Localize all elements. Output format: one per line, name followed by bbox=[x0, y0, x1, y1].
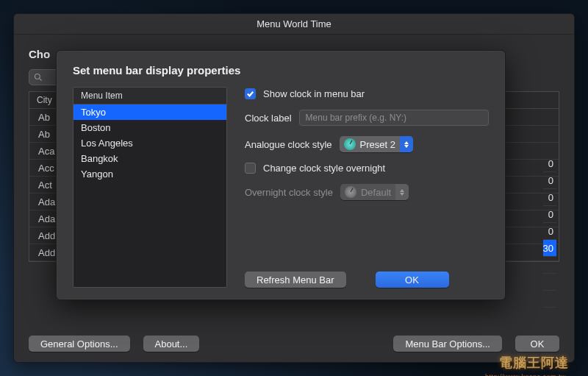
list-item[interactable]: Tokyo bbox=[74, 104, 226, 120]
time-cell-partial: 0 bbox=[543, 189, 556, 206]
city-name-cell: Add bbox=[38, 230, 55, 241]
about-button[interactable]: About... bbox=[143, 336, 200, 352]
time-cell-partial: 0 bbox=[543, 155, 556, 172]
overnight-style-value: Default bbox=[361, 187, 391, 198]
window-titlebar: Menu World Time bbox=[14, 14, 574, 35]
list-item[interactable]: Los Angeles bbox=[74, 135, 226, 151]
time-cell-partial: 0 bbox=[543, 223, 556, 240]
clock-label-placeholder: Menu bar prefix (e.g. NY:) bbox=[306, 113, 406, 123]
city-name-cell: Add bbox=[38, 247, 55, 258]
overnight-style-row: Overnight clock style Default bbox=[245, 184, 489, 200]
analogue-style-value: Preset 2 bbox=[360, 139, 395, 150]
list-item[interactable]: Yangon bbox=[74, 166, 226, 182]
change-overnight-row[interactable]: Change clock style overnight bbox=[245, 163, 489, 174]
refresh-menu-bar-button[interactable]: Refresh Menu Bar bbox=[245, 272, 346, 288]
city-name-cell: Ab bbox=[38, 129, 50, 140]
city-name-cell: Aca bbox=[38, 146, 54, 157]
menu-item-list-header[interactable]: Menu Item bbox=[74, 88, 226, 104]
show-clock-checkbox[interactable] bbox=[245, 88, 256, 99]
popup-arrows-icon bbox=[395, 184, 409, 200]
time-cell-partial: 30 bbox=[543, 240, 556, 257]
time-cell-partial: 0 bbox=[543, 172, 556, 189]
city-name-cell: Acc bbox=[38, 163, 54, 174]
svg-point-0 bbox=[35, 74, 40, 79]
analogue-style-popup[interactable]: Preset 2 bbox=[340, 136, 413, 152]
sheet-right-pane: Show clock in menu bar Clock label Menu … bbox=[245, 87, 489, 288]
city-name-cell: Ada bbox=[38, 213, 55, 224]
menu-item-list: Menu Item TokyoBostonLos AngelesBangkokY… bbox=[73, 87, 227, 288]
overnight-style-popup: Default bbox=[340, 184, 409, 200]
city-name-cell: Ada bbox=[38, 196, 55, 207]
svg-line-1 bbox=[40, 79, 42, 81]
general-options-button[interactable]: General Options... bbox=[29, 336, 130, 352]
sheet-button-row: Refresh Menu Bar OK bbox=[245, 272, 489, 288]
clock-label-row: Clock label Menu bar prefix (e.g. NY:) bbox=[245, 110, 489, 126]
show-clock-label: Show clock in menu bar bbox=[263, 88, 365, 99]
clock-label-input[interactable]: Menu bar prefix (e.g. NY:) bbox=[299, 110, 489, 126]
list-item[interactable]: Bangkok bbox=[74, 151, 226, 166]
time-column-partial: 0000030 bbox=[543, 155, 556, 308]
analogue-style-label: Analogue clock style bbox=[245, 139, 332, 150]
time-cell-partial: 0 bbox=[543, 206, 556, 223]
time-cell-partial bbox=[543, 291, 556, 308]
clock-preset-icon bbox=[345, 186, 356, 198]
search-icon bbox=[34, 73, 43, 82]
city-name-cell: Ab bbox=[38, 112, 50, 123]
sheet-ok-button[interactable]: OK bbox=[376, 272, 449, 288]
window-title: Menu World Time bbox=[257, 18, 331, 29]
sheet-title: Set menu bar display properties bbox=[73, 64, 489, 77]
menu-bar-properties-sheet: Set menu bar display properties Menu Ite… bbox=[56, 50, 506, 300]
clock-label-text: Clock label bbox=[245, 113, 292, 124]
clock-preset-icon bbox=[344, 138, 356, 150]
analogue-style-row: Analogue clock style Preset 2 bbox=[245, 136, 489, 152]
overnight-style-label: Overnight clock style bbox=[245, 187, 333, 198]
bottom-button-row: General Options... About... Menu Bar Opt… bbox=[29, 336, 559, 352]
time-cell-partial bbox=[543, 274, 556, 291]
city-name-cell: Act bbox=[38, 180, 52, 191]
show-clock-row[interactable]: Show clock in menu bar bbox=[245, 88, 489, 99]
popup-arrows-icon bbox=[400, 136, 413, 152]
change-overnight-checkbox[interactable] bbox=[245, 163, 256, 174]
checkmark-icon bbox=[246, 90, 254, 98]
change-overnight-label: Change clock style overnight bbox=[263, 163, 385, 174]
main-ok-button[interactable]: OK bbox=[515, 336, 559, 352]
menu-bar-options-button[interactable]: Menu Bar Options... bbox=[393, 336, 502, 352]
time-cell-partial bbox=[543, 257, 556, 274]
list-item[interactable]: Boston bbox=[74, 120, 226, 135]
